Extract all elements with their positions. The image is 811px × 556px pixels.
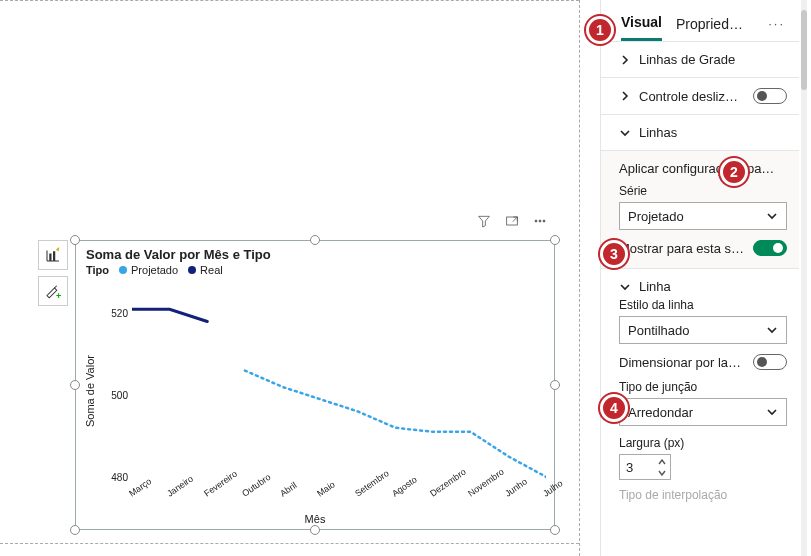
field-label-series: Série <box>619 184 787 198</box>
resize-handle[interactable] <box>70 235 80 245</box>
chevron-down-icon <box>766 324 778 336</box>
show-for-series-label: Mostrar para esta s… <box>619 241 745 256</box>
annotation-badge-4: 4 <box>600 394 628 422</box>
scale-by-width-label: Dimensionar por la… <box>619 355 745 370</box>
more-options-icon[interactable] <box>532 213 548 229</box>
line-chart-visual[interactable]: Soma de Valor por Mês e Tipo Tipo Projet… <box>75 240 555 530</box>
spinner-up-icon[interactable] <box>656 457 668 466</box>
tab-more[interactable]: ··· <box>764 16 789 39</box>
chart-legend: Tipo Projetado Real <box>76 262 554 280</box>
chevron-right-icon <box>619 90 631 102</box>
resize-handle[interactable] <box>550 380 560 390</box>
tab-properties[interactable]: Propried… <box>676 16 743 40</box>
x-axis-title: Mês <box>76 513 554 525</box>
svg-point-6 <box>543 220 545 222</box>
canvas-guide-top <box>0 0 579 1</box>
field-label-width: Largura (px) <box>619 436 787 450</box>
section-grid-lines[interactable]: Linhas de Grade <box>601 42 799 78</box>
visual-side-actions: + <box>38 240 68 306</box>
section-label: Linha <box>639 279 787 294</box>
select-value: Projetado <box>628 209 766 224</box>
format-pane: Visual Propried… ··· Linhas de Grade Con… <box>600 0 807 556</box>
legend-prefix: Tipo <box>86 264 109 276</box>
y-tick-label: 500 <box>111 390 128 401</box>
annotation-badge-3: 3 <box>600 240 628 268</box>
y-tick-label: 480 <box>111 471 128 482</box>
canvas-guide-bottom <box>0 543 579 544</box>
chevron-down-icon <box>766 406 778 418</box>
join-type-select[interactable]: Arredondar <box>619 398 787 426</box>
format-paint-button[interactable]: + <box>38 276 68 306</box>
legend-item-real[interactable]: Real <box>188 264 223 276</box>
chart-svg <box>132 297 546 485</box>
y-axis-ticks: 480500520 <box>102 297 130 485</box>
line-style-group: Estilo da linha Pontilhado Dimensionar p… <box>601 298 799 480</box>
legend-label: Real <box>200 264 223 276</box>
group-title: Aplicar configurações pa… <box>619 161 787 176</box>
legend-swatch <box>188 266 196 274</box>
svg-text:+: + <box>56 291 61 301</box>
plot-area <box>132 297 546 485</box>
legend-label: Projetado <box>131 264 178 276</box>
legend-swatch <box>119 266 127 274</box>
x-axis-ticks: MarçoJaneiroFevereiroOutubroAbrilMaioSet… <box>132 487 546 509</box>
resize-handle[interactable] <box>310 235 320 245</box>
resize-handle[interactable] <box>310 525 320 535</box>
select-value: Arredondar <box>628 405 766 420</box>
filter-icon[interactable] <box>476 213 492 229</box>
y-tick-label: 520 <box>111 308 128 319</box>
section-slider-control[interactable]: Controle deslizan… <box>601 78 799 115</box>
svg-rect-1 <box>53 251 55 261</box>
resize-handle[interactable] <box>550 525 560 535</box>
y-axis-title: Soma de Valor <box>84 297 100 485</box>
apply-settings-group: Aplicar configurações pa… Série Projetad… <box>601 151 799 269</box>
section-lines[interactable]: Linhas <box>601 115 799 151</box>
toggle-scale-by-width[interactable] <box>753 354 787 370</box>
visual-header-toolbar <box>476 213 548 229</box>
select-value: Pontilhado <box>628 323 766 338</box>
scrollbar-thumb[interactable] <box>801 10 807 90</box>
width-input[interactable]: 3 <box>619 454 671 480</box>
drill-mode-button[interactable] <box>38 240 68 270</box>
svg-rect-0 <box>49 254 51 262</box>
resize-handle[interactable] <box>550 235 560 245</box>
subsection-line[interactable]: Linha <box>601 269 799 298</box>
section-label: Controle deslizan… <box>639 89 745 104</box>
section-label: Linhas <box>639 125 787 140</box>
chevron-down-icon <box>619 127 631 139</box>
input-value: 3 <box>626 460 633 475</box>
toggle-slider-control[interactable] <box>753 88 787 104</box>
chevron-down-icon <box>766 210 778 222</box>
section-label: Linhas de Grade <box>639 52 787 67</box>
line-style-select[interactable]: Pontilhado <box>619 316 787 344</box>
spinner-down-icon[interactable] <box>656 468 668 477</box>
annotation-badge-1: 1 <box>586 16 614 44</box>
chevron-down-icon <box>619 281 631 293</box>
resize-handle[interactable] <box>70 525 80 535</box>
annotation-badge-2: 2 <box>720 158 748 186</box>
svg-point-5 <box>539 220 541 222</box>
tab-visual[interactable]: Visual <box>621 14 662 41</box>
field-label-join-type: Tipo de junção <box>619 380 787 394</box>
field-label-interpolation: Tipo de interpolação <box>601 480 799 502</box>
legend-item-projetado[interactable]: Projetado <box>119 264 178 276</box>
resize-handle[interactable] <box>70 380 80 390</box>
svg-point-4 <box>535 220 537 222</box>
report-canvas: + Soma de Valor por Mês e Tipo Tipo Proj… <box>0 0 580 556</box>
toggle-show-for-series[interactable] <box>753 240 787 256</box>
chevron-right-icon <box>619 54 631 66</box>
focus-mode-icon[interactable] <box>504 213 520 229</box>
field-label-line-style: Estilo da linha <box>619 298 787 312</box>
pane-scrollbar[interactable] <box>801 0 807 556</box>
format-pane-tabs: Visual Propried… ··· <box>601 0 799 42</box>
number-spinner[interactable] <box>656 457 668 477</box>
series-select[interactable]: Projetado <box>619 202 787 230</box>
